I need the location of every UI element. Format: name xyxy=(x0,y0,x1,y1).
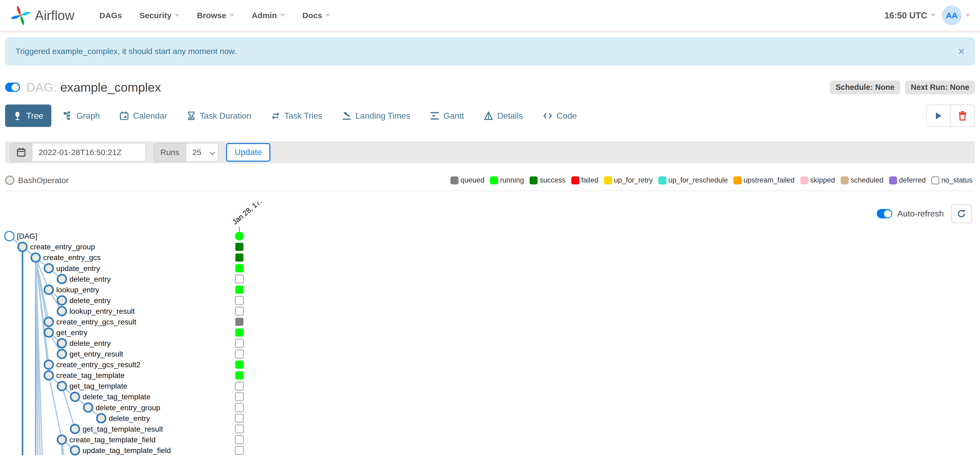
tree-node-get_tag_template_result[interactable]: get_tag_template_result xyxy=(71,425,163,433)
base-date-input[interactable] xyxy=(32,143,146,162)
tab-task-duration[interactable]: Task Duration xyxy=(179,105,259,127)
node-circle[interactable] xyxy=(57,382,66,390)
node-circle[interactable] xyxy=(45,286,53,294)
task-status-no_status[interactable] xyxy=(235,307,243,315)
tree-node-create_entry_gcs_result[interactable]: create_entry_gcs_result xyxy=(45,317,137,326)
tree-node-create_entry_gcs[interactable]: create_entry_gcs xyxy=(31,253,100,262)
node-circle[interactable] xyxy=(45,371,53,380)
node-circle[interactable] xyxy=(45,360,53,369)
tree-node-delete_tag_template[interactable]: delete_tag_template xyxy=(71,392,150,401)
tree-node-lookup_entry_result[interactable]: lookup_entry_result xyxy=(57,307,135,316)
node-circle[interactable] xyxy=(57,296,66,305)
node-circle[interactable] xyxy=(57,275,66,284)
node-label[interactable]: create_entry_group xyxy=(30,243,95,251)
dag-run-status-running[interactable] xyxy=(235,232,244,241)
tree-node-[DAG][interactable]: [DAG] xyxy=(5,232,37,241)
node-label[interactable]: delete_entry xyxy=(109,414,150,422)
node-label[interactable]: delete_entry xyxy=(69,297,110,305)
tab-tree[interactable]: Tree xyxy=(5,105,51,127)
node-label[interactable]: lookup_entry_result xyxy=(69,307,135,316)
task-status-no_status[interactable] xyxy=(235,436,243,444)
tree-node-create_tag_template_field[interactable]: create_tag_template_field xyxy=(57,435,156,444)
task-status-running[interactable] xyxy=(235,328,243,336)
node-circle[interactable] xyxy=(45,328,53,337)
task-status-no_status[interactable] xyxy=(235,382,243,390)
tab-details[interactable]: Details xyxy=(476,105,531,127)
node-label[interactable]: lookup_entry xyxy=(56,286,99,294)
num-runs-select[interactable]: 25 xyxy=(186,143,219,162)
nav-item-dags[interactable]: DAGs xyxy=(92,6,129,25)
tree-node-delete_entry[interactable]: delete_entry xyxy=(57,275,111,284)
tree-node-delete_entry[interactable]: delete_entry xyxy=(57,339,111,348)
tree-node-delete_entry[interactable]: delete_entry xyxy=(97,414,150,423)
tab-graph[interactable]: Graph xyxy=(55,105,108,127)
node-label[interactable]: get_tag_template xyxy=(69,382,127,390)
tab-gantt[interactable]: Gantt xyxy=(422,105,472,127)
tree-node-delete_entry_group[interactable]: delete_entry_group xyxy=(84,403,160,412)
task-status-running[interactable] xyxy=(235,371,243,379)
node-circle[interactable] xyxy=(97,414,106,423)
calendar-icon[interactable] xyxy=(10,143,32,162)
node-label[interactable]: create_entry_gcs xyxy=(43,254,100,262)
task-status-running[interactable] xyxy=(235,360,243,368)
node-label[interactable]: delete_entry_group xyxy=(96,404,161,412)
task-status-no_status[interactable] xyxy=(235,446,243,454)
tree-node-delete_entry[interactable]: delete_entry xyxy=(57,296,111,305)
task-status-no_status[interactable] xyxy=(235,404,243,412)
node-label[interactable]: delete_tag_template xyxy=(83,393,150,401)
node-label[interactable]: create_tag_template xyxy=(56,371,125,379)
task-status-running[interactable] xyxy=(235,286,243,294)
nav-item-docs[interactable]: Docs xyxy=(295,6,337,25)
node-circle[interactable] xyxy=(45,317,53,326)
task-status-no_status[interactable] xyxy=(235,393,243,401)
update-button[interactable]: Update xyxy=(226,143,270,162)
node-label[interactable]: delete_entry xyxy=(69,275,110,283)
auto-refresh-toggle[interactable] xyxy=(877,209,892,218)
run-column-header[interactable]: Jan 28, 17:50 xyxy=(231,202,269,226)
tab-landing-times[interactable]: Landing Times xyxy=(334,105,418,127)
tree-node-get_entry_result[interactable]: get_entry_result xyxy=(57,350,123,359)
nav-item-admin[interactable]: Admin xyxy=(244,6,292,25)
node-circle[interactable] xyxy=(57,307,66,316)
node-label[interactable]: get_entry xyxy=(56,328,88,337)
task-status-success[interactable] xyxy=(235,254,243,262)
task-status-success[interactable] xyxy=(235,243,243,251)
delete-dag-button[interactable] xyxy=(951,105,975,127)
tree-node-update_entry[interactable]: update_entry xyxy=(45,264,100,273)
task-status-running[interactable] xyxy=(235,264,243,272)
node-label[interactable]: create_entry_gcs_result xyxy=(56,318,136,326)
airflow-brand[interactable]: Airflow xyxy=(10,5,74,26)
task-status-queued[interactable] xyxy=(235,318,243,326)
node-circle[interactable] xyxy=(71,446,80,455)
node-circle[interactable] xyxy=(71,392,80,401)
user-menu[interactable]: AA xyxy=(942,6,970,25)
node-circle[interactable] xyxy=(57,339,66,348)
tab-task-tries[interactable]: Task Tries xyxy=(263,105,331,127)
node-circle[interactable] xyxy=(5,232,14,241)
task-status-no_status[interactable] xyxy=(235,425,243,433)
node-circle[interactable] xyxy=(18,243,27,251)
node-label[interactable]: delete_entry xyxy=(69,339,110,347)
node-circle[interactable] xyxy=(84,403,92,412)
task-status-no_status[interactable] xyxy=(235,414,243,422)
node-label[interactable]: [DAG] xyxy=(17,232,37,240)
task-status-no_status[interactable] xyxy=(235,275,243,283)
tab-calendar[interactable]: Calendar xyxy=(112,105,175,127)
task-status-no_status[interactable] xyxy=(235,350,243,358)
tree-node-get_tag_template[interactable]: get_tag_template xyxy=(57,382,127,390)
tab-code[interactable]: Code xyxy=(535,105,585,127)
trigger-dag-button[interactable] xyxy=(926,105,951,127)
tree-node-create_entry_group[interactable]: create_entry_group xyxy=(18,243,95,251)
tree-node-create_tag_template[interactable]: create_tag_template xyxy=(45,371,125,380)
dag-pause-toggle[interactable] xyxy=(5,82,20,92)
nav-item-browse[interactable]: Browse xyxy=(189,6,242,25)
close-icon[interactable]: × xyxy=(958,46,964,57)
timezone-selector[interactable]: 16:50 UTC xyxy=(885,10,936,21)
refresh-button[interactable] xyxy=(951,205,972,223)
nav-item-security[interactable]: Security xyxy=(132,6,187,25)
task-status-no_status[interactable] xyxy=(235,297,243,305)
node-label[interactable]: update_entry xyxy=(56,264,100,273)
node-circle[interactable] xyxy=(31,253,40,262)
tree-node-update_tag_template_field[interactable]: update_tag_template_field xyxy=(71,446,171,455)
task-status-no_status[interactable] xyxy=(235,339,243,347)
